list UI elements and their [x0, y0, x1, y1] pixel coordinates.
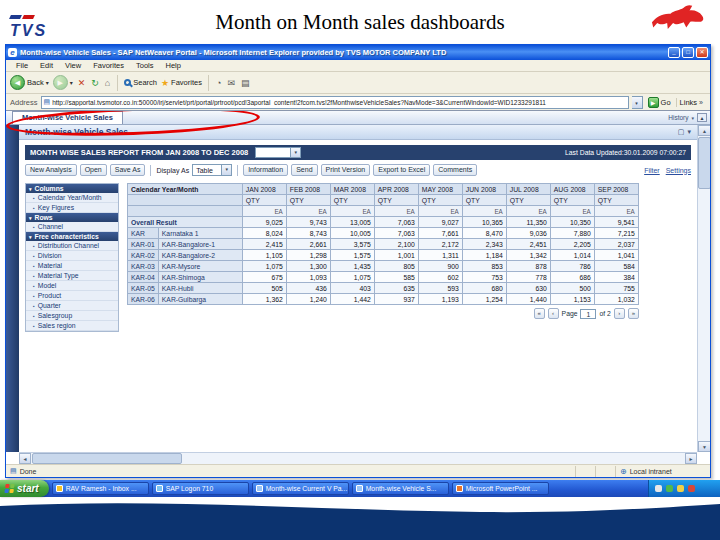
history-label[interactable]: History	[668, 114, 688, 121]
menu-item-view[interactable]: View	[59, 61, 87, 70]
row-code-kar-04[interactable]: KAR-04	[128, 272, 159, 283]
tray-icon[interactable]	[688, 485, 695, 492]
forward-button[interactable]: ▶ ▾	[53, 75, 73, 90]
navpanel-item-sales-region[interactable]: ▪Sales region	[26, 321, 118, 331]
display-as-select[interactable]: Table ▾	[192, 164, 232, 176]
previous-page-button[interactable]: ‹	[548, 308, 559, 319]
column-header-may-2008[interactable]: MAY 2008	[418, 184, 462, 195]
row-code-kar-06[interactable]: KAR-06	[128, 294, 159, 305]
row-name-kar-shimoga[interactable]: KAR-Shimoga	[158, 272, 242, 283]
navpanel-item-model[interactable]: ▪Model	[26, 281, 118, 291]
column-header-jan-2008[interactable]: JAN 2008	[242, 184, 286, 195]
menu-item-file[interactable]: File	[10, 61, 34, 70]
column-header-mar-2008[interactable]: MAR 2008	[330, 184, 374, 195]
row-name-karnataka-1[interactable]: Karnataka 1	[158, 228, 242, 239]
navpanel-section-rows[interactable]: ▾Rows	[26, 213, 118, 222]
scroll-up-button[interactable]: ▲	[698, 125, 710, 136]
navpanel-item-key-figures[interactable]: ▪Key Figures	[26, 203, 118, 213]
close-button[interactable]: ✕	[696, 47, 708, 58]
stop-icon[interactable]: ✕	[77, 78, 87, 88]
row-code-kar-05[interactable]: KAR-05	[128, 283, 159, 294]
row-code-kar-03[interactable]: KAR-03	[128, 261, 159, 272]
tray-icon[interactable]	[677, 485, 684, 492]
print-icon[interactable]: ▤	[240, 78, 251, 88]
column-header-jul-2008[interactable]: JUL 2008	[506, 184, 550, 195]
taskbar-task-sap-logon-710[interactable]: SAP Logon 710	[152, 482, 249, 495]
row-code-kar-01[interactable]: KAR-01	[128, 239, 159, 250]
refresh-icon[interactable]: ↻	[90, 78, 100, 88]
column-header-apr-2008[interactable]: APR 2008	[374, 184, 418, 195]
tray-icon[interactable]	[666, 485, 673, 492]
navpanel-item-material[interactable]: ▪Material	[26, 261, 118, 271]
links-button[interactable]: Links »	[676, 98, 706, 107]
row-name-kar-hubli[interactable]: KAR-Hubli	[158, 283, 242, 294]
navpanel-item-division[interactable]: ▪Division	[26, 251, 118, 261]
collapse-button[interactable]: ▲	[697, 113, 707, 122]
navpanel-item-distribution-channel[interactable]: ▪Distribution Channel	[26, 241, 118, 251]
favorites-button[interactable]: ★ Favorites	[161, 78, 202, 88]
scrollbar-thumb[interactable]	[32, 453, 182, 464]
button-export-to-excel[interactable]: Export to Excel	[373, 164, 430, 176]
taskbar-task-month-wise-current-v-pa[interactable]: Month-wise Current V Pa...	[252, 482, 349, 495]
row-name-kar-mysore[interactable]: KAR-Mysore	[158, 261, 242, 272]
portal-left-navigation-strip[interactable]	[6, 125, 19, 452]
menu-item-help[interactable]: Help	[160, 61, 187, 70]
navpanel-section-columns[interactable]: ▾Columns	[26, 184, 118, 193]
navpanel-item-quarter[interactable]: ▪Quarter	[26, 301, 118, 311]
navpanel-item-product[interactable]: ▪Product	[26, 291, 118, 301]
address-input[interactable]	[52, 97, 627, 108]
menu-item-tools[interactable]: Tools	[130, 61, 160, 70]
column-header-aug-2008[interactable]: AUG 2008	[550, 184, 594, 195]
menu-item-edit[interactable]: Edit	[34, 61, 59, 70]
row-name-kar-bangalore-1[interactable]: KAR-Bangalore-1	[158, 239, 242, 250]
scroll-right-button[interactable]: ►	[685, 453, 697, 464]
column-header-sep-2008[interactable]: SEP 2008	[594, 184, 638, 195]
page-number-input[interactable]: 1	[580, 309, 596, 319]
column-header-feb-2008[interactable]: FEB 2008	[286, 184, 330, 195]
row-name-kar-gulbarga[interactable]: KAR-Gulbarga	[158, 294, 242, 305]
first-page-button[interactable]: «	[534, 308, 545, 319]
go-button[interactable]: ▶ Go	[646, 97, 673, 108]
mail-icon[interactable]: ✉	[226, 78, 236, 88]
maximize-button[interactable]: □	[682, 47, 694, 58]
scrollbar-thumb[interactable]	[698, 137, 710, 189]
button-comments[interactable]: Comments	[433, 164, 477, 176]
button-open[interactable]: Open	[80, 164, 107, 176]
back-button[interactable]: ◀ Back ▾	[10, 75, 49, 90]
window-icon[interactable]: ▢	[678, 128, 685, 136]
settings-link[interactable]: Settings	[666, 167, 691, 174]
taskbar-task-rav-ramesh-inbox[interactable]: RAV Ramesh - Inbox ...	[52, 482, 149, 495]
address-dropdown-button[interactable]: ▾	[632, 96, 643, 109]
navpanel-item-channel[interactable]: ▪Channel	[26, 222, 118, 232]
column-header-jun-2008[interactable]: JUN 2008	[462, 184, 506, 195]
chevron-down-icon[interactable]: ▾	[687, 128, 691, 136]
scroll-left-button[interactable]: ◄	[19, 453, 31, 464]
minimize-button[interactable]: _	[668, 47, 680, 58]
tray-icon[interactable]	[655, 485, 662, 492]
taskbar-task-month-wise-vehicle-s[interactable]: Month-wise Vehicle S...	[352, 482, 449, 495]
vertical-scrollbar[interactable]: ▲ ▼	[697, 125, 710, 452]
navpanel-item-calendar-year-month[interactable]: ▪Calendar Year/Month	[26, 193, 118, 203]
horizontal-scrollbar[interactable]: ◄ ►	[19, 452, 697, 464]
navpanel-section-free-characteristics[interactable]: ▾Free characteristics	[26, 232, 118, 241]
history-icon[interactable]: ◔	[215, 78, 222, 88]
last-page-button[interactable]: »	[628, 308, 639, 319]
button-print-version[interactable]: Print Version	[321, 164, 371, 176]
next-page-button[interactable]: ›	[614, 308, 625, 319]
row-header-overall-result[interactable]: Overall Result	[128, 217, 243, 228]
button-send[interactable]: Send	[291, 164, 317, 176]
navpanel-item-material-type[interactable]: ▪Material Type	[26, 271, 118, 281]
filter-link[interactable]: Filter	[644, 167, 660, 174]
button-save-as[interactable]: Save As	[110, 164, 146, 176]
scroll-down-button[interactable]: ▼	[698, 441, 710, 452]
navpanel-item-salesgroup[interactable]: ▪Salesgroup	[26, 311, 118, 321]
row-name-kar-bangalore-2[interactable]: KAR-Bangalore-2	[158, 250, 242, 261]
button-information[interactable]: Information	[243, 164, 288, 176]
portal-tab-month-wise-vehicle-sales[interactable]: Month-wise Vehicle Sales	[12, 111, 123, 124]
home-icon[interactable]: ⌂	[104, 78, 111, 88]
menu-item-favorites[interactable]: Favorites	[87, 61, 130, 70]
button-new-analysis[interactable]: New Analysis	[25, 164, 77, 176]
row-code-kar[interactable]: KAR	[128, 228, 159, 239]
start-button[interactable]: start	[0, 480, 49, 497]
variant-select[interactable]: ▾	[255, 147, 301, 158]
